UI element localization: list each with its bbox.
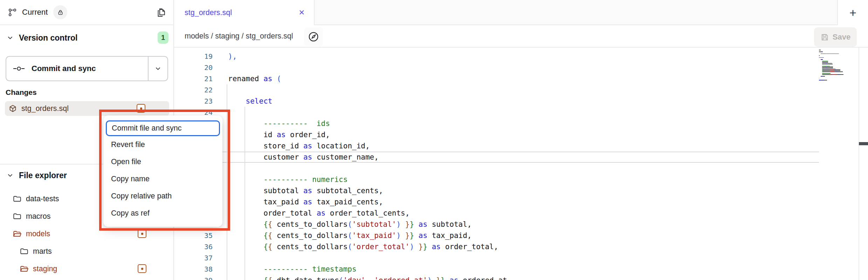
- code-token: }: [423, 243, 427, 251]
- menu-item-copy-name[interactable]: Copy name: [103, 170, 222, 188]
- scrollbar-thumb[interactable]: [859, 142, 868, 145]
- minimap-segment: [838, 71, 843, 72]
- tab-stg-orders[interactable]: stg_orders.sql ✕: [174, 0, 315, 25]
- line-number: 19: [174, 51, 213, 62]
- code-token: {: [268, 220, 273, 229]
- code-token: cents_to_dollars: [272, 220, 347, 229]
- new-tab-button[interactable]: +: [849, 7, 856, 19]
- code-line[interactable]: [228, 163, 507, 174]
- code-token: [414, 220, 419, 229]
- code-token: }: [441, 276, 445, 280]
- tree-item-label: staging: [33, 265, 57, 273]
- code-line[interactable]: order_total as order_total_cents,: [228, 208, 507, 219]
- code-line[interactable]: customer as customer_name,: [228, 152, 507, 163]
- code-line[interactable]: [228, 107, 507, 118]
- version-control-header[interactable]: Version control 1: [0, 29, 174, 46]
- code-line[interactable]: ---------- timestamps: [228, 264, 507, 275]
- save-button[interactable]: Save: [814, 27, 857, 47]
- code-token: {: [263, 243, 268, 251]
- minimap-line: [819, 80, 844, 81]
- changes-section-label: Changes: [6, 88, 37, 97]
- lineage-button[interactable]: [304, 27, 323, 46]
- code-line[interactable]: {{ dbt.date_trunc('day', 'ordered_at') }…: [228, 275, 507, 280]
- minimap-segment: [822, 68, 826, 68]
- menu-item-copy-as-ref[interactable]: Copy as ref: [103, 205, 222, 222]
- code-line[interactable]: [228, 62, 507, 73]
- code-token: [228, 119, 263, 128]
- version-control-title: Version control: [19, 33, 77, 43]
- tree-item-label: models: [26, 230, 50, 238]
- code-line[interactable]: [228, 84, 507, 96]
- menu-item-commit-file-and-sync[interactable]: Commit file and sync: [106, 120, 220, 136]
- code-token: [272, 75, 277, 83]
- code-line[interactable]: [228, 252, 507, 264]
- chevron-down-icon: [6, 34, 14, 42]
- branch-bar: Current: [0, 0, 174, 25]
- code-token: [401, 220, 405, 229]
- code-token: ---------- timestamps: [263, 265, 357, 273]
- minimap-segment: [823, 71, 830, 72]
- overview-ruler: [859, 48, 859, 280]
- compass-icon: [308, 31, 319, 43]
- minimap-segment: [819, 50, 821, 50]
- menu-item-copy-relative-path[interactable]: Copy relative path: [103, 188, 222, 205]
- dbt-ide-window: + stg_orders.sql ✕ models / staging / st…: [0, 0, 868, 280]
- code-line[interactable]: {{ cents_to_dollars('subtotal') }} as su…: [228, 219, 507, 230]
- code-line[interactable]: ---------- ids: [228, 118, 507, 129]
- code-token: 'day': [343, 276, 365, 280]
- branch-name: Current: [22, 8, 48, 17]
- minimap-segment: [822, 66, 826, 67]
- commit-and-sync-button[interactable]: Commit and sync: [6, 56, 168, 81]
- code-line[interactable]: id as order_id,: [228, 129, 507, 140]
- code-token: [228, 175, 263, 184]
- save-icon: [820, 33, 829, 42]
- code-token: ,: [365, 276, 374, 280]
- minimap-segment: [819, 64, 822, 64]
- read-only-badge: [53, 5, 67, 19]
- minimap-segment: [827, 68, 833, 68]
- code-line[interactable]: store_id as location_id,: [228, 140, 507, 152]
- commit-options-button[interactable]: [148, 57, 167, 80]
- code-token: [228, 265, 263, 273]
- code-line[interactable]: renamed as (: [228, 73, 507, 84]
- changed-file-row[interactable]: stg_orders.sql: [5, 101, 169, 116]
- code-token: as: [317, 209, 325, 217]
- code-line[interactable]: select: [228, 96, 507, 107]
- tree-item-models[interactable]: models: [0, 225, 174, 243]
- code-token: {: [263, 220, 268, 229]
- tab-close-icon[interactable]: ✕: [298, 8, 305, 17]
- menu-item-open-file[interactable]: Open file: [103, 153, 222, 170]
- tree-item-marts[interactable]: marts: [0, 243, 174, 260]
- minimap-segment: [828, 69, 835, 69]
- minimap-segment: [839, 74, 843, 75]
- minimap-segment: [819, 66, 822, 66]
- code-line[interactable]: {{ cents_to_dollars('order_total') }} as…: [228, 241, 507, 252]
- minimap-segment: [822, 66, 830, 66]
- code-token: order_id,: [285, 131, 330, 139]
- code-token: select: [246, 97, 273, 105]
- code-line[interactable]: subtotal as subtotal_cents,: [228, 185, 507, 196]
- copy-icon: [156, 7, 167, 18]
- minimap-segment: [819, 71, 822, 72]
- minimap-segment: [838, 54, 839, 54]
- code-line[interactable]: ---------- numerics: [228, 174, 507, 185]
- line-number: 35: [174, 230, 213, 241]
- code-token: cents_to_dollars: [272, 243, 347, 251]
- menu-item-revert-file[interactable]: Revert file: [103, 136, 222, 153]
- git-branch-icon: [8, 8, 17, 17]
- code-token: order_total_cents,: [325, 209, 409, 217]
- tree-item-staging[interactable]: staging: [0, 260, 174, 278]
- code-token: 'tax_paid': [352, 231, 396, 240]
- code-token: as: [303, 198, 312, 206]
- code-token: order_total: [228, 209, 317, 217]
- code-line[interactable]: ),: [228, 51, 507, 62]
- minimap[interactable]: [819, 50, 844, 82]
- code-token: (: [347, 231, 352, 240]
- code-line[interactable]: tax_paid as tax_paid_cents,: [228, 196, 507, 208]
- code-token: ),: [228, 52, 237, 61]
- copy-button[interactable]: [155, 6, 168, 19]
- minimap-segment: [819, 68, 822, 68]
- line-number: 23: [174, 96, 213, 107]
- code-line[interactable]: {{ cents_to_dollars('tax_paid') }} as ta…: [228, 230, 507, 241]
- code-editor[interactable]: ),renamed as ( select ---------- ids id …: [228, 51, 507, 280]
